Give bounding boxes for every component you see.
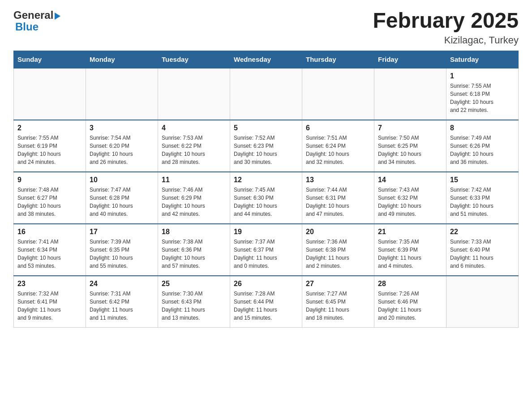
day-info: Sunrise: 7:43 AM Sunset: 6:32 PM Dayligh… [378,186,442,218]
day-number: 26 [234,280,298,288]
calendar-cell: 25Sunrise: 7:30 AM Sunset: 6:43 PM Dayli… [158,276,230,328]
calendar-cell: 20Sunrise: 7:36 AM Sunset: 6:38 PM Dayli… [302,224,374,276]
day-number: 20 [306,228,370,236]
day-number: 14 [378,176,442,184]
weekday-header-thursday: Thursday [302,51,374,68]
calendar-week-row: 2Sunrise: 7:55 AM Sunset: 6:19 PM Daylig… [14,120,519,172]
calendar-cell: 14Sunrise: 7:43 AM Sunset: 6:32 PM Dayli… [374,172,446,224]
day-number: 6 [306,124,370,132]
calendar-cell: 21Sunrise: 7:35 AM Sunset: 6:39 PM Dayli… [374,224,446,276]
day-info: Sunrise: 7:47 AM Sunset: 6:28 PM Dayligh… [90,186,154,218]
calendar-cell: 1Sunrise: 7:55 AM Sunset: 6:18 PM Daylig… [446,68,519,120]
weekday-header-wednesday: Wednesday [230,51,302,68]
day-number: 15 [450,176,515,184]
day-info: Sunrise: 7:35 AM Sunset: 6:39 PM Dayligh… [378,238,442,270]
day-info: Sunrise: 7:30 AM Sunset: 6:43 PM Dayligh… [162,290,226,322]
day-number: 3 [90,124,154,132]
day-info: Sunrise: 7:52 AM Sunset: 6:23 PM Dayligh… [234,134,298,166]
day-number: 8 [450,124,515,132]
day-number: 4 [162,124,226,132]
calendar-cell [86,68,158,120]
logo-blue-text: Blue [15,21,39,33]
calendar-cell: 3Sunrise: 7:54 AM Sunset: 6:20 PM Daylig… [86,120,158,172]
calendar-cell: 12Sunrise: 7:45 AM Sunset: 6:30 PM Dayli… [230,172,302,224]
logo: General Blue [13,9,60,33]
day-info: Sunrise: 7:28 AM Sunset: 6:44 PM Dayligh… [234,290,298,322]
calendar-header: SundayMondayTuesdayWednesdayThursdayFrid… [14,51,519,68]
day-number: 2 [17,124,82,132]
calendar-cell [374,68,446,120]
day-info: Sunrise: 7:26 AM Sunset: 6:46 PM Dayligh… [378,290,442,322]
calendar-cell: 7Sunrise: 7:50 AM Sunset: 6:25 PM Daylig… [374,120,446,172]
day-info: Sunrise: 7:53 AM Sunset: 6:22 PM Dayligh… [162,134,226,166]
day-number: 12 [234,176,298,184]
logo-triangle-icon [55,13,60,20]
calendar-cell: 22Sunrise: 7:33 AM Sunset: 6:40 PM Dayli… [446,224,519,276]
calendar-cell [230,68,302,120]
calendar-cell [14,68,86,120]
calendar-cell: 24Sunrise: 7:31 AM Sunset: 6:42 PM Dayli… [86,276,158,328]
day-info: Sunrise: 7:42 AM Sunset: 6:33 PM Dayligh… [450,186,515,218]
calendar-cell: 11Sunrise: 7:46 AM Sunset: 6:29 PM Dayli… [158,172,230,224]
calendar-cell: 16Sunrise: 7:41 AM Sunset: 6:34 PM Dayli… [14,224,86,276]
calendar-cell: 26Sunrise: 7:28 AM Sunset: 6:44 PM Dayli… [230,276,302,328]
calendar-cell: 19Sunrise: 7:37 AM Sunset: 6:37 PM Dayli… [230,224,302,276]
day-number: 1 [450,72,515,80]
day-info: Sunrise: 7:46 AM Sunset: 6:29 PM Dayligh… [162,186,226,218]
day-info: Sunrise: 7:33 AM Sunset: 6:40 PM Dayligh… [450,238,515,270]
day-info: Sunrise: 7:44 AM Sunset: 6:31 PM Dayligh… [306,186,370,218]
calendar-cell: 10Sunrise: 7:47 AM Sunset: 6:28 PM Dayli… [86,172,158,224]
day-number: 24 [90,280,154,288]
day-number: 25 [162,280,226,288]
day-info: Sunrise: 7:32 AM Sunset: 6:41 PM Dayligh… [17,290,82,322]
day-number: 17 [90,228,154,236]
day-info: Sunrise: 7:36 AM Sunset: 6:38 PM Dayligh… [306,238,370,270]
day-number: 28 [378,280,442,288]
day-number: 23 [17,280,82,288]
calendar-cell: 6Sunrise: 7:51 AM Sunset: 6:24 PM Daylig… [302,120,374,172]
calendar-cell [158,68,230,120]
day-number: 21 [378,228,442,236]
day-info: Sunrise: 7:45 AM Sunset: 6:30 PM Dayligh… [234,186,298,218]
day-info: Sunrise: 7:31 AM Sunset: 6:42 PM Dayligh… [90,290,154,322]
calendar-body: 1Sunrise: 7:55 AM Sunset: 6:18 PM Daylig… [14,68,519,328]
calendar-cell: 8Sunrise: 7:49 AM Sunset: 6:26 PM Daylig… [446,120,519,172]
day-info: Sunrise: 7:48 AM Sunset: 6:27 PM Dayligh… [17,186,82,218]
weekday-header-sunday: Sunday [14,51,86,68]
day-number: 13 [306,176,370,184]
calendar-cell [302,68,374,120]
calendar-cell: 13Sunrise: 7:44 AM Sunset: 6:31 PM Dayli… [302,172,374,224]
calendar-cell [446,276,519,328]
calendar-cell: 23Sunrise: 7:32 AM Sunset: 6:41 PM Dayli… [14,276,86,328]
calendar-week-row: 9Sunrise: 7:48 AM Sunset: 6:27 PM Daylig… [14,172,519,224]
title-area: February 2025 Kizilagac, Turkey [373,9,519,46]
page-header: General Blue February 2025 Kizilagac, Tu… [13,9,519,46]
calendar-cell: 2Sunrise: 7:55 AM Sunset: 6:19 PM Daylig… [14,120,86,172]
day-number: 16 [17,228,82,236]
calendar-table: SundayMondayTuesdayWednesdayThursdayFrid… [13,51,519,328]
weekday-header-tuesday: Tuesday [158,51,230,68]
weekday-header-row: SundayMondayTuesdayWednesdayThursdayFrid… [14,51,519,68]
calendar-week-row: 23Sunrise: 7:32 AM Sunset: 6:41 PM Dayli… [14,276,519,328]
weekday-header-friday: Friday [374,51,446,68]
calendar-cell: 4Sunrise: 7:53 AM Sunset: 6:22 PM Daylig… [158,120,230,172]
calendar-cell: 9Sunrise: 7:48 AM Sunset: 6:27 PM Daylig… [14,172,86,224]
calendar-cell: 15Sunrise: 7:42 AM Sunset: 6:33 PM Dayli… [446,172,519,224]
logo-general-text: General [13,9,53,21]
day-number: 11 [162,176,226,184]
calendar-subtitle: Kizilagac, Turkey [373,34,519,46]
day-number: 22 [450,228,515,236]
day-info: Sunrise: 7:38 AM Sunset: 6:36 PM Dayligh… [162,238,226,270]
day-info: Sunrise: 7:49 AM Sunset: 6:26 PM Dayligh… [450,134,515,166]
day-number: 18 [162,228,226,236]
day-number: 7 [378,124,442,132]
day-number: 5 [234,124,298,132]
calendar-title: February 2025 [373,9,519,33]
day-info: Sunrise: 7:41 AM Sunset: 6:34 PM Dayligh… [17,238,82,270]
day-number: 9 [17,176,82,184]
day-info: Sunrise: 7:51 AM Sunset: 6:24 PM Dayligh… [306,134,370,166]
day-info: Sunrise: 7:27 AM Sunset: 6:45 PM Dayligh… [306,290,370,322]
day-info: Sunrise: 7:50 AM Sunset: 6:25 PM Dayligh… [378,134,442,166]
day-info: Sunrise: 7:55 AM Sunset: 6:18 PM Dayligh… [450,82,515,114]
day-number: 10 [90,176,154,184]
